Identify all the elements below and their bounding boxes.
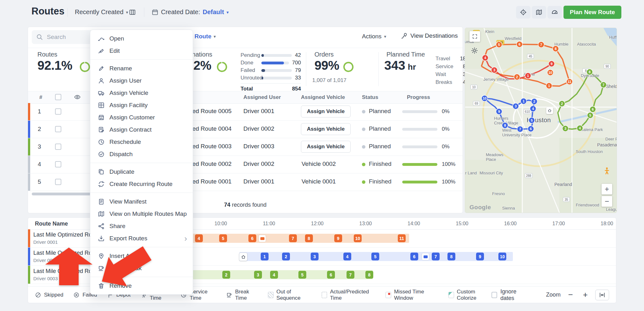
map-stop-marker[interactable]: 7 — [601, 82, 606, 88]
legend-item-skipped[interactable]: Skipped — [35, 292, 63, 298]
legend-item-actual-predicted-time[interactable]: Actual/Predicted Time — [322, 289, 376, 301]
map-stop-marker[interactable]: 4 — [482, 55, 488, 61]
timeline-stop[interactable]: 8 — [305, 234, 313, 242]
map-stop-marker[interactable]: 8 — [553, 46, 558, 52]
timeline-stop[interactable]: 4 — [343, 253, 351, 260]
menu-item-reschedule[interactable]: Reschedule — [90, 136, 193, 148]
legend-item-out-of-sequence[interactable]: Out of Sequence — [268, 289, 311, 301]
timeline-stop[interactable]: 5 — [298, 271, 306, 279]
timeline-zoom-out-button[interactable]: − — [566, 290, 575, 300]
timeline-stop[interactable]: 9 — [334, 234, 342, 242]
row-checkbox[interactable] — [55, 161, 61, 167]
map-settings-button[interactable] — [471, 47, 478, 54]
timeline-stop[interactable]: 3 — [311, 253, 319, 260]
map-stop-marker[interactable]: 8 — [587, 69, 592, 75]
menu-item-rename[interactable]: Rename — [90, 62, 193, 74]
map-stop-marker[interactable]: 6 — [590, 106, 596, 112]
row-checkbox[interactable] — [55, 108, 61, 115]
menu-item-edit[interactable]: Edit — [90, 45, 193, 57]
sort-dropdown[interactable]: Recently Created ▾ — [75, 8, 128, 16]
timeline-stop[interactable]: 3 — [254, 271, 262, 279]
timeline-stop[interactable]: 6 — [248, 234, 256, 242]
map-stop-marker[interactable]: 9 — [549, 61, 554, 67]
map-stop-marker[interactable]: 3 — [491, 67, 497, 73]
map-stop-marker[interactable]: 1 — [521, 98, 526, 104]
map-stop-marker[interactable]: 1 — [546, 83, 552, 89]
visibility-column-icon[interactable] — [74, 94, 81, 101]
map-stop-marker[interactable]: 3 — [513, 103, 519, 109]
menu-item-assign-contract[interactable]: Assign Contract — [90, 123, 193, 136]
menu-item-assign-vehicle[interactable]: Assign Vehicle — [90, 87, 193, 99]
pegman-icon[interactable] — [603, 167, 611, 175]
timeline-stop[interactable]: 4 — [195, 234, 203, 242]
menu-item-share[interactable]: Share — [90, 220, 193, 232]
map-panel[interactable]: KleinLouettaWestfieldHumbleAtascocitaHuf… — [465, 28, 617, 213]
timeline-stop[interactable]: 11 — [398, 234, 406, 242]
menu-item-assign-user[interactable]: Assign User — [90, 74, 193, 87]
timeline-stop[interactable]: 2 — [282, 253, 290, 260]
timeline-stop[interactable]: 7 — [289, 234, 297, 242]
map-stop-marker[interactable]: 10 — [482, 95, 487, 101]
map-stop-marker[interactable]: 2 — [559, 101, 565, 106]
fullscreen-button[interactable] — [469, 31, 480, 42]
row-checkbox[interactable] — [55, 179, 61, 185]
map-stop-marker[interactable]: 7 — [538, 42, 544, 47]
timeline-stop[interactable]: 4 — [270, 271, 278, 279]
legend-item-custom-colorize[interactable]: Custom Colorize — [448, 289, 491, 301]
row-checkbox[interactable] — [55, 126, 61, 132]
map-stop-marker[interactable]: 4 — [530, 106, 536, 112]
map-stop-marker[interactable]: 5 — [496, 42, 502, 47]
map-view-button[interactable] — [532, 6, 546, 19]
actions-dropdown[interactable]: Actions ▾ — [362, 33, 386, 40]
dashboard-button[interactable] — [547, 6, 562, 19]
timeline-stop[interactable]: 2 — [222, 271, 230, 279]
plan-new-route-button[interactable]: Plan New Route — [564, 6, 621, 19]
map-stop-marker[interactable]: 5 — [529, 117, 535, 123]
timeline-stop[interactable]: 10 — [498, 253, 506, 260]
created-date-dropdown[interactable]: Created Date: Default ▾ — [152, 8, 229, 16]
assign-vehicle-button[interactable]: Assign Vehicle — [301, 106, 351, 117]
map-zoom-out-button[interactable]: − — [602, 196, 612, 207]
timeline-stop[interactable]: 8 — [447, 253, 455, 260]
map-stop-marker[interactable]: 5 — [587, 112, 593, 118]
timeline-fit-button[interactable] — [595, 290, 609, 300]
menu-item-view-on-multiple-routes-map[interactable]: View on Multiple Routes Map — [90, 208, 193, 220]
map-stop-marker[interactable]: 10 — [547, 70, 553, 75]
timeline-zoom-in-button[interactable]: + — [580, 290, 590, 300]
timeline-stop[interactable]: 9 — [476, 253, 484, 260]
menu-item-duplicate[interactable]: Duplicate — [90, 166, 193, 178]
menu-item-assign-customer[interactable]: Assign Customer — [90, 111, 193, 123]
depot-home-icon[interactable] — [239, 253, 247, 261]
menu-item-export-routes[interactable]: Export Routes› — [90, 232, 193, 244]
timeline-stop[interactable]: 5 — [371, 253, 379, 260]
timeline-stop[interactable]: 6 — [410, 253, 418, 260]
timeline-stop[interactable]: 5 — [219, 234, 227, 242]
map-zoom-in-button[interactable]: + — [602, 184, 612, 194]
map-stop-marker[interactable]: 6 — [528, 126, 534, 132]
map-stop-marker[interactable]: 4 — [577, 125, 583, 131]
timeline-stop[interactable]: 7 — [347, 271, 354, 279]
map-stop-marker[interactable]: 7 — [517, 126, 523, 132]
menu-item-open[interactable]: Open — [90, 32, 193, 45]
map-stop-marker[interactable]: 8 — [502, 123, 508, 128]
ignore-dates-checkbox[interactable]: Ignore dates — [491, 288, 529, 302]
menu-item-assign-facility[interactable]: Assign Facility — [90, 99, 193, 111]
map-stop-marker[interactable]: 2 — [514, 74, 520, 80]
timeline-stop[interactable]: 7 — [432, 253, 440, 260]
select-all-checkbox[interactable] — [55, 94, 61, 100]
menu-item-create-recurring-route[interactable]: Create Recurring Route — [90, 178, 193, 190]
map-stop-marker[interactable]: 9 — [496, 109, 502, 114]
map-stop-marker[interactable]: 6 — [517, 41, 522, 47]
assign-vehicle-button[interactable]: Assign Vehicle — [301, 123, 351, 135]
menu-item-view-manifest[interactable]: View Manifest — [90, 195, 193, 208]
map-stop-marker[interactable]: 11 — [567, 79, 572, 85]
map-stop-marker[interactable]: 1 — [525, 73, 531, 79]
map-stop-marker[interactable]: 3 — [563, 126, 568, 131]
row-checkbox[interactable] — [55, 144, 61, 150]
locate-button[interactable] — [516, 6, 530, 19]
timeline-stop[interactable]: 6 — [327, 271, 335, 279]
timeline-stop[interactable]: 8 — [365, 271, 373, 279]
legend-item-break-time[interactable]: Break Time — [226, 289, 258, 301]
view-destinations-button[interactable]: View Destinations — [400, 32, 458, 39]
menu-item-dispatch[interactable]: Dispatch — [90, 148, 193, 160]
